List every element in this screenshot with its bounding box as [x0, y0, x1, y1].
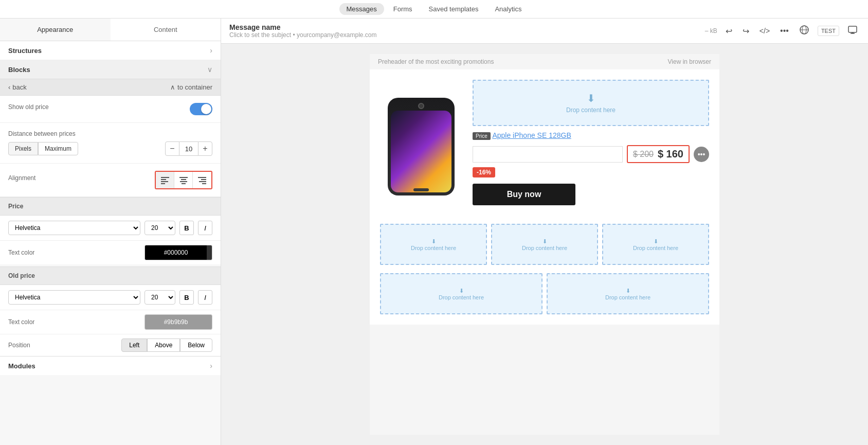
- back-label: back: [12, 83, 26, 91]
- message-subject: Click to set the subject • yourcompany@e…: [229, 31, 377, 39]
- product-section: ⬇ Drop content here Price Apple iPhone S…: [370, 69, 719, 224]
- increment-button[interactable]: +: [198, 141, 212, 156]
- drop-row-2: ⬇ Drop content here ⬇ Drop content here: [370, 273, 719, 325]
- drop-label-col1: Drop content here: [411, 245, 456, 251]
- svg-rect-10: [199, 181, 206, 182]
- distance-section: Distance between prices Pixels Maximum −…: [0, 123, 221, 164]
- position-label: Position: [8, 342, 30, 349]
- nav-messages[interactable]: Messages: [339, 3, 384, 15]
- product-image: [388, 98, 455, 195]
- position-above-button[interactable]: Above: [147, 339, 180, 352]
- main-layout: Appearance Content Structures › Blocks ∨…: [0, 19, 868, 445]
- blocks-label: Blocks: [8, 66, 30, 74]
- old-price-display: $ 200: [633, 150, 654, 159]
- position-row: Position Left Above Below: [0, 334, 221, 356]
- drop-zone-col1[interactable]: ⬇ Drop content here: [380, 224, 487, 265]
- svg-rect-3: [161, 183, 165, 184]
- drop-zone-top-right[interactable]: ⬇ Drop content here: [473, 80, 709, 126]
- nav-analytics[interactable]: Analytics: [487, 3, 529, 15]
- modules-section[interactable]: Modules ›: [0, 356, 221, 375]
- old-price-color-swatch[interactable]: #9b9b9b: [144, 314, 212, 330]
- message-name[interactable]: Message name: [229, 23, 377, 31]
- top-navigation: Messages Forms Saved templates Analytics: [0, 0, 868, 19]
- price-size-select[interactable]: 20: [144, 221, 175, 235]
- subject-placeholder[interactable]: Click to set the subject: [229, 31, 291, 39]
- price-input-field[interactable]: [473, 146, 623, 163]
- svg-rect-9: [201, 179, 206, 180]
- show-old-price-toggle[interactable]: [190, 103, 212, 115]
- buy-now-button[interactable]: Buy now: [473, 184, 575, 205]
- drop-label-row2-col1: Drop content here: [439, 294, 484, 300]
- code-button[interactable]: </>: [757, 25, 772, 37]
- price-badge: Price: [473, 132, 491, 140]
- back-chevron-icon: ‹: [8, 83, 10, 91]
- position-left-button[interactable]: Left: [121, 339, 147, 352]
- drop-icon-col2: ⬇: [542, 238, 547, 245]
- globe-button[interactable]: [797, 23, 811, 39]
- maximum-button[interactable]: Maximum: [38, 142, 78, 155]
- decrement-button[interactable]: −: [165, 141, 179, 156]
- old-price-subsection-header: Old price: [0, 266, 221, 285]
- tab-content[interactable]: Content: [111, 19, 221, 41]
- drop-zone-row2-col2[interactable]: ⬇ Drop content here: [547, 273, 709, 314]
- tab-appearance[interactable]: Appearance: [0, 19, 111, 41]
- nav-saved-templates[interactable]: Saved templates: [422, 3, 486, 15]
- phone-screen: [391, 111, 451, 192]
- globe-icon: [799, 25, 809, 35]
- svg-rect-1: [161, 179, 166, 180]
- product-link[interactable]: Apple iPhone SE 128GB: [492, 131, 571, 139]
- old-price-text-color-label: Text color: [8, 318, 34, 326]
- modules-arrow-icon: ›: [210, 362, 212, 370]
- distance-unit-buttons: Pixels Maximum: [8, 142, 78, 155]
- drop-row-3: ⬇ Drop content here ⬇ Drop content here …: [370, 224, 719, 269]
- price-italic-button[interactable]: I: [198, 221, 212, 235]
- price-color-dot: [207, 245, 212, 260]
- svg-rect-5: [181, 179, 186, 180]
- align-left-button[interactable]: [156, 172, 174, 188]
- align-right-button[interactable]: [193, 172, 211, 188]
- to-container-button[interactable]: ∧ to container: [170, 83, 212, 91]
- preheader-bar: Preheader of the most exciting promotion…: [370, 54, 719, 69]
- preview-button[interactable]: [845, 23, 860, 39]
- drop-zone-row2-col1[interactable]: ⬇ Drop content here: [380, 273, 542, 314]
- price-row: $ 200 $ 160 •••: [473, 145, 709, 163]
- svg-rect-6: [180, 181, 187, 182]
- pixels-button[interactable]: Pixels: [8, 142, 38, 155]
- price-more-button[interactable]: •••: [694, 147, 709, 162]
- more-options-button[interactable]: •••: [778, 24, 791, 38]
- back-button[interactable]: ‹ back: [8, 83, 27, 91]
- price-color-swatch[interactable]: #000000: [144, 245, 212, 260]
- svg-rect-2: [161, 181, 168, 182]
- undo-button[interactable]: ↩: [724, 24, 734, 38]
- blocks-section[interactable]: Blocks ∨: [0, 60, 221, 79]
- view-in-browser[interactable]: View in browser: [668, 58, 711, 65]
- price-font-row: Helvetica 20 B I: [0, 216, 221, 240]
- old-price-italic-button[interactable]: I: [198, 290, 212, 305]
- old-price-font-select[interactable]: Helvetica: [8, 290, 140, 305]
- price-bold-button[interactable]: B: [179, 221, 194, 235]
- svg-rect-11: [202, 183, 206, 184]
- old-price-size-select[interactable]: 20: [144, 290, 175, 305]
- email-content: ⬇ Drop content here Price Apple iPhone S…: [370, 69, 719, 325]
- price-font-select[interactable]: Helvetica: [8, 221, 140, 235]
- drop-zone-col3[interactable]: ⬇ Drop content here: [602, 224, 709, 265]
- structures-section[interactable]: Structures ›: [0, 41, 221, 60]
- toolbar-actions: – kB ↩ ↪ </> ••• TEST: [705, 23, 860, 39]
- drop-icon-top-right: ⬇: [587, 92, 595, 104]
- drop-icon-row2-col1: ⬇: [459, 288, 464, 294]
- blocks-arrow-icon: ∨: [207, 65, 212, 74]
- redo-button[interactable]: ↪: [740, 24, 751, 38]
- preview-icon: [847, 25, 858, 35]
- canvas-area: Message name Click to set the subject • …: [221, 19, 868, 445]
- drop-zone-col2[interactable]: ⬇ Drop content here: [491, 224, 598, 265]
- position-below-button[interactable]: Below: [180, 339, 212, 352]
- nav-forms[interactable]: Forms: [386, 3, 420, 15]
- old-price-color-row: Text color #9b9b9b: [0, 310, 221, 334]
- drop-icon-row2-col2: ⬇: [626, 288, 630, 294]
- distance-stepper: − 10 +: [165, 141, 212, 156]
- distance-value: 10: [179, 141, 198, 156]
- test-button[interactable]: TEST: [818, 26, 839, 36]
- old-price-bold-button[interactable]: B: [179, 290, 194, 305]
- old-price-label: Old price: [8, 272, 35, 279]
- align-center-button[interactable]: [174, 172, 193, 188]
